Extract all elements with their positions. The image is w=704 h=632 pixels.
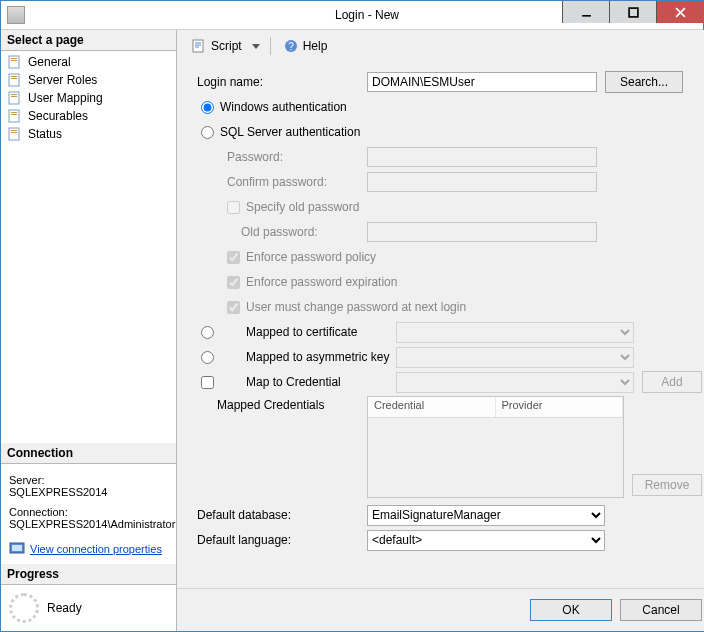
minimize-button[interactable] <box>562 1 609 23</box>
mapped-certificate-radio[interactable] <box>201 326 214 339</box>
windows-auth-radio[interactable] <box>201 101 214 114</box>
specify-old-password-checkbox <box>227 201 240 214</box>
page-icon <box>7 126 23 142</box>
sql-auth-label: SQL Server authentication <box>220 125 360 139</box>
svg-rect-18 <box>11 132 17 133</box>
search-button[interactable]: Search... <box>605 71 683 93</box>
page-general[interactable]: General <box>1 53 176 71</box>
script-button[interactable]: Script <box>187 36 246 56</box>
add-credential-button: Add <box>642 371 702 393</box>
svg-rect-1 <box>629 8 638 17</box>
svg-rect-21 <box>193 40 203 52</box>
enforce-policy-label: Enforce password policy <box>246 250 376 264</box>
ok-button[interactable]: OK <box>530 599 612 621</box>
server-value: SQLEXPRESS2014 <box>9 486 168 498</box>
page-label: Securables <box>28 109 88 123</box>
sql-auth-radio[interactable] <box>201 126 214 139</box>
help-button[interactable]: ? Help <box>279 36 332 56</box>
must-change-checkbox <box>227 301 240 314</box>
page-label: Status <box>28 127 62 141</box>
toolbar: Script ? Help <box>177 30 704 62</box>
login-name-input[interactable] <box>367 72 597 92</box>
view-connection-properties-link[interactable]: View connection properties <box>30 543 162 555</box>
mapped-credentials-label: Mapped Credentials <box>191 396 367 412</box>
connection-info: Server: SQLEXPRESS2014 Connection: SQLEX… <box>1 464 176 564</box>
enforce-policy-checkbox <box>227 251 240 264</box>
svg-rect-12 <box>11 96 17 97</box>
page-label: User Mapping <box>28 91 103 105</box>
script-icon <box>191 38 207 54</box>
cancel-button[interactable]: Cancel <box>620 599 702 621</box>
mapped-certificate-label: Mapped to certificate <box>220 325 396 339</box>
server-label: Server: <box>9 474 168 486</box>
must-change-label: User must change password at next login <box>246 300 466 314</box>
confirm-password-label: Confirm password: <box>191 175 367 189</box>
svg-rect-6 <box>11 60 17 61</box>
svg-rect-16 <box>9 128 19 140</box>
mapped-asymmetric-radio[interactable] <box>201 351 214 364</box>
col-credential: Credential <box>368 397 496 417</box>
page-icon <box>7 54 23 70</box>
page-list: General Server Roles User Mapping Secura… <box>1 51 176 145</box>
asymmetric-select <box>396 347 634 368</box>
select-page-header: Select a page <box>1 30 176 51</box>
credential-select <box>396 372 634 393</box>
specify-old-password-label: Specify old password <box>246 200 359 214</box>
default-database-select[interactable]: EmailSignatureManager <box>367 505 605 526</box>
svg-rect-7 <box>9 74 19 86</box>
password-input <box>367 147 597 167</box>
old-password-input <box>367 222 597 242</box>
close-button[interactable] <box>656 1 703 23</box>
svg-rect-14 <box>11 112 17 113</box>
page-icon <box>7 72 23 88</box>
maximize-button[interactable] <box>609 1 656 23</box>
svg-rect-10 <box>9 92 19 104</box>
col-provider: Provider <box>496 397 624 417</box>
svg-rect-5 <box>11 58 17 59</box>
default-database-label: Default database: <box>191 508 367 522</box>
connection-value: SQLEXPRESS2014\Administrator <box>9 518 168 530</box>
svg-text:?: ? <box>288 41 294 52</box>
script-dropdown-icon[interactable] <box>252 44 260 49</box>
connection-header: Connection <box>1 443 176 464</box>
connection-label: Connection: <box>9 506 168 518</box>
default-language-label: Default language: <box>191 533 367 547</box>
svg-rect-13 <box>9 110 19 122</box>
default-language-select[interactable]: <default> <box>367 530 605 551</box>
script-label: Script <box>211 39 242 53</box>
app-icon <box>7 6 25 24</box>
properties-icon <box>9 540 25 558</box>
svg-rect-20 <box>12 545 22 551</box>
enforce-expire-checkbox <box>227 276 240 289</box>
page-securables[interactable]: Securables <box>1 107 176 125</box>
windows-auth-label: Windows authentication <box>220 100 347 114</box>
page-label: Server Roles <box>28 73 97 87</box>
svg-rect-15 <box>11 114 17 115</box>
remove-credential-button: Remove <box>632 474 702 496</box>
login-name-label: Login name: <box>191 75 367 89</box>
help-label: Help <box>303 39 328 53</box>
svg-rect-11 <box>11 94 17 95</box>
mapped-asymmetric-label: Mapped to asymmetric key <box>220 350 396 364</box>
enforce-expire-label: Enforce password expiration <box>246 275 397 289</box>
map-credential-checkbox[interactable] <box>201 376 214 389</box>
login-new-dialog: Login - New Select a page General Server… <box>0 0 704 632</box>
titlebar[interactable]: Login - New <box>1 1 703 30</box>
page-server-roles[interactable]: Server Roles <box>1 71 176 89</box>
progress-status: Ready <box>47 601 82 615</box>
page-user-mapping[interactable]: User Mapping <box>1 89 176 107</box>
certificate-select <box>396 322 634 343</box>
old-password-label: Old password: <box>191 225 367 239</box>
help-icon: ? <box>283 38 299 54</box>
page-icon <box>7 108 23 124</box>
progress-spinner-icon <box>9 593 39 623</box>
svg-rect-8 <box>11 76 17 77</box>
mapped-credentials-grid[interactable]: Credential Provider <box>367 396 624 498</box>
map-credential-label: Map to Credential <box>220 375 396 389</box>
svg-rect-9 <box>11 78 17 79</box>
password-label: Password: <box>191 150 367 164</box>
svg-rect-4 <box>9 56 19 68</box>
page-status[interactable]: Status <box>1 125 176 143</box>
confirm-password-input <box>367 172 597 192</box>
page-label: General <box>28 55 71 69</box>
